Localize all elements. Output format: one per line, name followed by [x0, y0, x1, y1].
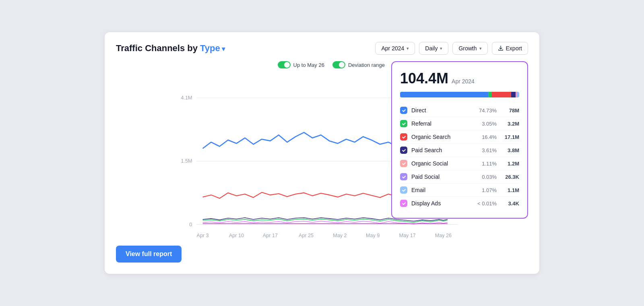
bar-segment: [400, 92, 488, 97]
channel-checkbox[interactable]: [400, 147, 407, 154]
export-label: Export: [506, 45, 522, 52]
period-dropdown[interactable]: Apr 2024 ▾: [375, 42, 415, 55]
channel-row[interactable]: Paid Search3.61%3.8M: [400, 144, 519, 157]
channel-val: 3.8M: [502, 147, 519, 153]
deviation-toggle[interactable]: [332, 61, 345, 68]
channel-name: Email: [411, 187, 475, 193]
period-chevron-icon: ▾: [407, 46, 409, 51]
title-chevron-icon[interactable]: ▾: [222, 45, 225, 52]
bar-segment: [519, 92, 519, 97]
svg-text:4.1M: 4.1M: [181, 95, 192, 101]
legend-deviation: Deviation range: [332, 61, 385, 68]
channel-name: Paid Search: [411, 147, 475, 153]
metric-dropdown[interactable]: Growth ▾: [452, 42, 487, 55]
card-header: Traffic Channels by Type▾ Apr 2024 ▾ Dai…: [116, 42, 528, 55]
title-prefix: Traffic Channels by: [116, 43, 200, 53]
channel-row[interactable]: Paid Social0.03%26.3K: [400, 170, 519, 184]
svg-text:Apr 10: Apr 10: [229, 233, 244, 238]
channel-name: Direct: [411, 107, 475, 114]
channel-pct: 74.73%: [475, 108, 497, 114]
channel-row[interactable]: Organic Social1.11%1.2M: [400, 157, 519, 170]
svg-text:May 17: May 17: [399, 233, 416, 238]
legend-deviation-label: Deviation range: [348, 62, 385, 68]
channel-row[interactable]: Organic Search16.4%17.1M: [400, 130, 519, 144]
channel-checkbox[interactable]: [400, 200, 407, 207]
stats-total: 104.4M Apr 2024: [400, 70, 519, 87]
channel-val: 17.1M: [502, 134, 519, 140]
channel-val: 1.1M: [502, 187, 519, 193]
period-label: Apr 2024: [381, 45, 404, 52]
channel-checkbox[interactable]: [400, 133, 407, 141]
svg-text:May 9: May 9: [366, 233, 380, 238]
header-controls: Apr 2024 ▾ Daily ▾ Growth ▾ Export: [375, 42, 528, 55]
channel-val: 3.4K: [502, 201, 519, 207]
stats-total-period: Apr 2024: [452, 78, 475, 85]
channel-val: 78M: [502, 108, 519, 114]
channel-val: 26.3K: [502, 174, 519, 180]
channel-checkbox[interactable]: [400, 120, 407, 127]
bar-segment: [492, 92, 511, 97]
channel-row[interactable]: Referral3.05%3.2M: [400, 117, 519, 130]
view-full-report-button[interactable]: View full report: [116, 246, 182, 263]
legend-upto: Up to May 26: [278, 61, 324, 68]
svg-text:Apr 17: Apr 17: [263, 233, 278, 238]
svg-text:Apr 25: Apr 25: [299, 233, 314, 238]
stats-panel: 104.4M Apr 2024 Direct74.73%78MReferral3…: [391, 61, 528, 219]
export-button[interactable]: Export: [492, 42, 528, 55]
channel-name: Referral: [411, 120, 475, 127]
channel-checkbox[interactable]: [400, 186, 407, 194]
channel-name: Paid Social: [411, 174, 475, 180]
channel-name: Organic Social: [411, 160, 475, 167]
main-card: Traffic Channels by Type▾ Apr 2024 ▾ Dai…: [105, 32, 539, 274]
chart-area: Up to May 26 Deviation range 4.1M 1.5M: [116, 61, 528, 263]
stats-total-value: 104.4M: [400, 70, 448, 87]
channel-pct: 3.61%: [475, 147, 497, 153]
channel-list: Direct74.73%78MReferral3.05%3.2MOrganic …: [400, 104, 519, 210]
channel-checkbox[interactable]: [400, 160, 407, 167]
svg-text:1.5M: 1.5M: [181, 158, 192, 164]
channel-pct: 3.05%: [475, 121, 497, 127]
svg-text:May 26: May 26: [435, 233, 452, 238]
title-type: Type: [200, 43, 220, 53]
channel-val: 1.2M: [502, 161, 519, 167]
bar-breakdown: [400, 92, 519, 97]
svg-text:May 2: May 2: [333, 233, 347, 238]
interval-dropdown[interactable]: Daily ▾: [419, 42, 448, 55]
channel-checkbox[interactable]: [400, 173, 407, 180]
legend-upto-label: Up to May 26: [293, 62, 324, 68]
svg-text:Apr 3: Apr 3: [197, 233, 209, 238]
upto-toggle[interactable]: [278, 61, 291, 68]
svg-text:0: 0: [189, 222, 192, 227]
metric-chevron-icon: ▾: [479, 46, 482, 51]
channel-name: Organic Search: [411, 134, 475, 140]
bar-segment: [488, 92, 492, 97]
channel-val: 3.2M: [502, 121, 519, 127]
interval-chevron-icon: ▾: [440, 46, 442, 51]
channel-pct: 16.4%: [475, 134, 497, 140]
channel-pct: 0.03%: [475, 174, 497, 180]
card-title: Traffic Channels by Type▾: [116, 43, 225, 54]
channel-name: Display Ads: [411, 200, 475, 207]
channel-row[interactable]: Direct74.73%78M: [400, 104, 519, 117]
channel-pct: < 0.01%: [475, 201, 497, 207]
channel-row[interactable]: Display Ads< 0.01%3.4K: [400, 197, 519, 210]
bar-segment: [511, 92, 516, 97]
metric-label: Growth: [458, 45, 477, 52]
export-icon: [498, 45, 504, 51]
channel-pct: 1.07%: [475, 187, 497, 193]
interval-label: Daily: [425, 45, 438, 52]
channel-checkbox[interactable]: [400, 107, 407, 114]
channel-row[interactable]: Email1.07%1.1M: [400, 184, 519, 197]
channel-pct: 1.11%: [475, 161, 497, 167]
